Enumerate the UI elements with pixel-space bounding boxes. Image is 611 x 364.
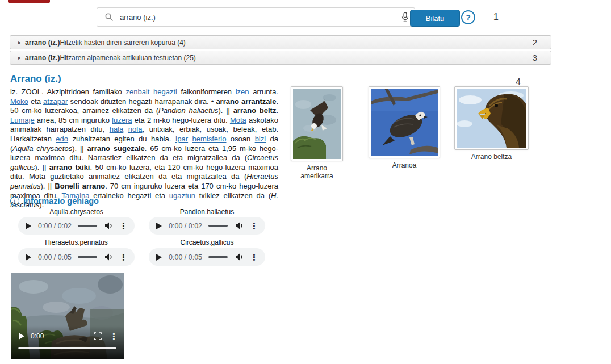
kebab-menu-icon[interactable]: ⋮ xyxy=(250,253,258,261)
definition-link[interactable]: edo xyxy=(56,135,68,143)
definition-segment: Bonelli arrano xyxy=(55,182,105,190)
play-icon[interactable] xyxy=(26,223,31,229)
definition-segment: arrano arrantzale xyxy=(216,97,276,106)
video-player[interactable]: 0:00 ⋮ xyxy=(11,273,124,359)
definition-link[interactable]: hemisferio xyxy=(192,135,227,143)
help-icon[interactable]: ? xyxy=(461,10,475,24)
definition-segment: ). || xyxy=(219,106,233,115)
definition-segment: arrano sugezale xyxy=(87,144,145,153)
definition-link[interactable]: izen xyxy=(236,87,249,96)
definition-link[interactable]: Moko xyxy=(10,97,28,106)
audio-player-1[interactable]: 0:00 / 0:02 ⋮ xyxy=(18,217,135,235)
annotation-4: 4 xyxy=(516,77,521,87)
definition-segment: Aquila chrysaetos xyxy=(12,144,72,153)
definition-segment: iz. ZOOL. Akzipitridoen familiako xyxy=(10,87,125,96)
eagle-photo-golden[interactable] xyxy=(454,86,529,150)
audio-player-4[interactable]: 0:00 / 0:05 ⋮ xyxy=(149,248,265,266)
audio-player-2[interactable]: 0:00 / 0:02 ⋮ xyxy=(149,217,265,235)
video-time: 0:00 xyxy=(31,332,44,340)
definition-link[interactable]: hala xyxy=(110,125,124,133)
more-info-label: Informazio gehiago xyxy=(23,196,99,206)
search-button[interactable]: Bilatu xyxy=(410,10,460,27)
accordion-label: Hitzetik hasten diren sarreren kopurua (… xyxy=(60,39,185,47)
definition-segment: . xyxy=(276,106,278,115)
figure-arranoa: Arranoa xyxy=(369,86,440,169)
search-input[interactable]: arrano (iz.) xyxy=(97,7,415,27)
definition-link[interactable]: zenbait xyxy=(125,87,149,96)
definition-link[interactable]: bizi xyxy=(255,135,266,143)
kebab-menu-icon[interactable]: ⋮ xyxy=(110,332,118,341)
definition-segment: ). || xyxy=(72,144,87,153)
kebab-menu-icon[interactable]: ⋮ xyxy=(119,221,128,230)
figure-arrano-amerikarra: Arrano amerikarra xyxy=(291,86,343,180)
audio-label: Circaetus.gallicus xyxy=(149,239,265,246)
play-icon[interactable] xyxy=(26,254,31,261)
definition-segment: eta xyxy=(28,97,43,106)
audio-time: 0:00 / 0:02 xyxy=(38,222,72,230)
play-icon[interactable] xyxy=(156,254,162,261)
volume-icon[interactable] xyxy=(104,253,114,261)
definition-text: iz. ZOOL. Akzipitridoen familiako zenbai… xyxy=(10,87,278,210)
eagle-photo-american[interactable] xyxy=(291,86,343,161)
definition-segment: Pandion haliaetus xyxy=(158,106,218,115)
definition-link[interactable]: luzera xyxy=(112,116,132,124)
search-value[interactable]: arrano (iz.) xyxy=(120,13,401,22)
play-icon[interactable] xyxy=(156,223,162,229)
definition-link[interactable]: Lumaje xyxy=(10,116,35,124)
video-progress-bar[interactable] xyxy=(18,347,116,349)
seek-bar[interactable] xyxy=(208,256,228,258)
accordion-label: Hitzaren aipamenak artikuluan testuetan … xyxy=(60,54,195,62)
volume-icon[interactable] xyxy=(235,221,244,230)
accordion-term: arrano (iz.) xyxy=(25,54,60,62)
accordion-mentions[interactable]: ▸ arrano (iz.) Hitzaren aipamenak artiku… xyxy=(10,51,551,65)
annotation-3: 3 xyxy=(533,53,543,62)
seek-bar[interactable] xyxy=(208,225,228,227)
definition-segment: eta 2 m-ko hego-luzera ditu. xyxy=(132,116,230,124)
definition-link[interactable]: hegazti xyxy=(153,87,177,96)
info-icon: i xyxy=(10,196,19,206)
definition-segment: zuhaitzetan egiten du habia. xyxy=(68,135,175,143)
kebab-menu-icon[interactable]: ⋮ xyxy=(250,221,258,230)
definition-link[interactable]: Mota xyxy=(230,116,246,124)
definition-link[interactable]: nola xyxy=(128,125,143,133)
definition-link[interactable]: Ipar xyxy=(175,135,188,143)
definition-link[interactable]: atzapar xyxy=(43,97,68,106)
definition-segment: arrano txiki xyxy=(49,163,90,171)
fullscreen-icon[interactable] xyxy=(94,332,102,340)
definition-segment: falkoniformeren xyxy=(177,87,236,96)
annotation-1: 1 xyxy=(493,12,499,22)
figure-caption: Arranoa xyxy=(369,161,440,169)
definition-segment: ertaineko hegazti eta xyxy=(90,191,169,200)
osprey-image xyxy=(371,89,438,156)
magnifier-icon xyxy=(105,13,113,21)
caret-right-icon: ▸ xyxy=(18,55,21,61)
definition-segment xyxy=(149,87,153,96)
caret-right-icon: ▸ xyxy=(18,39,21,45)
definition-segment: arrunta. xyxy=(249,87,278,96)
microphone-icon[interactable] xyxy=(401,12,409,23)
volume-icon[interactable] xyxy=(235,253,244,261)
audio-time: 0:00 / 0:05 xyxy=(169,253,202,261)
definition-segment: txikiez elikatzen da ( xyxy=(195,191,271,200)
audio-player-3[interactable]: 0:00 / 0:05 ⋮ xyxy=(18,248,135,266)
more-info-heading: i Informazio gehiago xyxy=(10,196,99,206)
seek-bar[interactable] xyxy=(78,225,97,227)
audio-time: 0:00 / 0:05 xyxy=(38,253,72,261)
accordion-term: arrano (iz.) xyxy=(25,39,60,47)
dictionary-results-page: { "ui": { "caret_glyph": "▸", "help_glyp… xyxy=(0,0,611,364)
audio-label: Pandion.haliaetus xyxy=(149,208,265,216)
accordion-entries-count[interactable]: ▸ arrano (iz.) Hitzetik hasten diren sar… xyxy=(10,35,551,49)
bald-eagle-image xyxy=(293,89,341,159)
golden-eagle-image xyxy=(457,89,526,148)
volume-icon[interactable] xyxy=(104,221,114,230)
video-play-icon[interactable] xyxy=(19,333,24,340)
definition-segment: ). || xyxy=(41,182,55,190)
definition-segment xyxy=(188,135,192,143)
definition-segment: ). || xyxy=(35,163,49,171)
definition-link[interactable]: ugaztun xyxy=(169,191,195,200)
eagle-photo-osprey[interactable] xyxy=(369,86,440,158)
figure-arrano-beltza: Arrano beltza xyxy=(454,86,529,161)
kebab-menu-icon[interactable]: ⋮ xyxy=(119,253,128,261)
audio-time: 0:00 / 0:02 xyxy=(169,222,202,230)
seek-bar[interactable] xyxy=(78,256,97,258)
